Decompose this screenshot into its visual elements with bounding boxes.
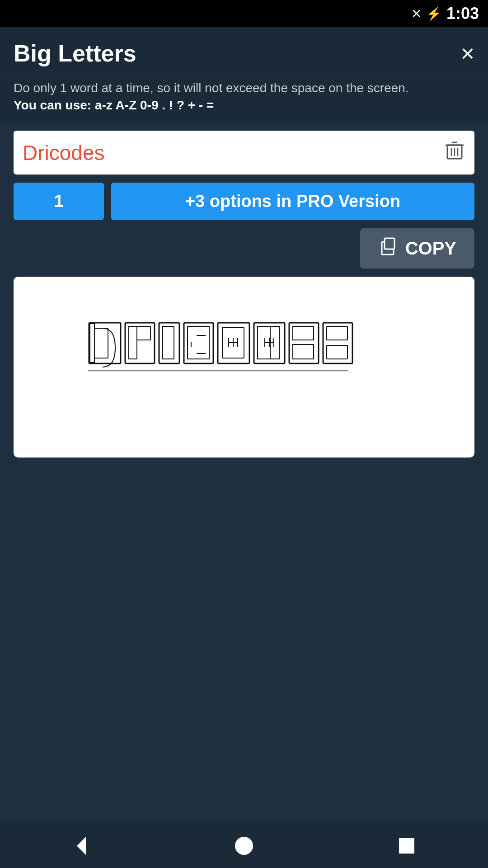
svg-rect-14 <box>159 323 179 363</box>
svg-rect-39 <box>327 326 347 340</box>
battery-icon: ⚡ <box>426 6 442 21</box>
back-icon <box>70 835 93 857</box>
copy-row: COPY <box>14 228 474 269</box>
delete-button[interactable] <box>444 139 465 166</box>
main-content: 1 +3 options in PRO Version COPY <box>0 122 488 481</box>
instruction-line1: Do only 1 word at a time, so it will not… <box>14 81 474 95</box>
spacer <box>0 481 488 823</box>
svg-rect-10 <box>90 324 94 363</box>
svg-rect-12 <box>129 326 137 359</box>
app-header: Big Letters × <box>0 27 488 76</box>
recent-icon <box>395 835 418 857</box>
home-icon <box>233 835 255 857</box>
svg-rect-7 <box>385 238 394 249</box>
trash-icon <box>446 141 464 160</box>
big-letters-preview <box>86 317 402 417</box>
svg-rect-9 <box>94 328 108 358</box>
input-row <box>14 131 474 175</box>
option-1-button[interactable]: 1 <box>14 183 104 220</box>
nav-back-button[interactable] <box>70 835 93 857</box>
instruction-line2: You can use: a-z A-Z 0-9 . ! ? + - = <box>14 98 474 113</box>
signal-icon: ✕ <box>411 6 422 21</box>
instructions-area: Do only 1 word at a time, so it will not… <box>0 76 488 122</box>
svg-rect-46 <box>399 838 414 854</box>
status-time: 1:03 <box>446 4 479 23</box>
status-icons: ✕ ⚡ 1:03 <box>411 4 479 23</box>
option-pro-button[interactable]: +3 options in PRO Version <box>111 183 474 220</box>
svg-rect-38 <box>323 323 352 363</box>
svg-rect-15 <box>163 326 174 359</box>
options-row: 1 +3 options in PRO Version <box>14 183 474 220</box>
preview-area <box>14 277 474 458</box>
copy-button[interactable]: COPY <box>360 228 474 269</box>
svg-rect-8 <box>89 323 121 363</box>
svg-rect-36 <box>293 344 314 359</box>
copy-label: COPY <box>405 238 456 259</box>
copy-icon <box>378 236 398 260</box>
svg-rect-35 <box>293 326 314 340</box>
app-title: Big Letters <box>14 40 136 67</box>
svg-rect-40 <box>327 345 347 359</box>
text-input[interactable] <box>23 141 444 165</box>
status-bar: ✕ ⚡ 1:03 <box>0 0 488 27</box>
svg-point-45 <box>235 837 253 855</box>
nav-bar <box>0 823 488 868</box>
nav-recent-button[interactable] <box>395 835 418 857</box>
close-button[interactable]: × <box>461 42 474 65</box>
svg-marker-44 <box>77 837 86 855</box>
svg-rect-34 <box>289 323 319 363</box>
copy-svg-icon <box>378 236 398 256</box>
nav-home-button[interactable] <box>233 835 255 857</box>
svg-rect-13 <box>137 326 150 340</box>
